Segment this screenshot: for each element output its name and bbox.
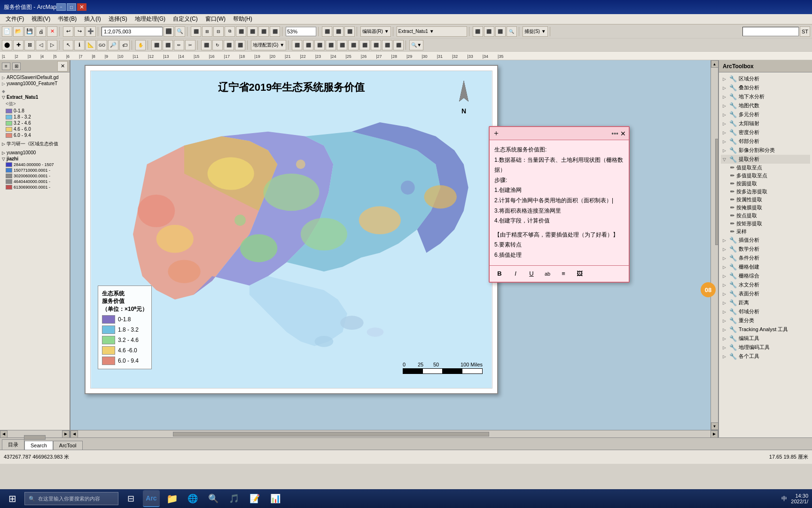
leaf-extract-mask[interactable]: ✏ 按掩膜提取: [728, 204, 810, 212]
tb2-scale[interactable]: ⬛: [224, 40, 234, 50]
tb2-sketch[interactable]: ⬛: [201, 40, 211, 50]
tb-z6[interactable]: ⬛: [247, 26, 258, 37]
menu-insert[interactable]: 插入(I): [80, 14, 104, 24]
tree-item-distance[interactable]: ▷ 🔧 距离: [721, 298, 810, 307]
tab-arctool[interactable]: ArcTool: [53, 441, 83, 450]
tb2-find[interactable]: 🔎: [108, 40, 118, 50]
menu-select[interactable]: 选择(S): [105, 14, 131, 24]
tb2-a10[interactable]: ⬛: [393, 40, 404, 50]
tb-new[interactable]: 📄: [2, 26, 12, 37]
tree-item-neighborhood[interactable]: ▷ 🔧 邻域分析: [721, 307, 810, 316]
scroll-vthumb[interactable]: [715, 139, 718, 245]
tb2-pan[interactable]: ✋: [135, 40, 146, 50]
minimize-button[interactable]: －: [56, 3, 66, 11]
taskbar-search[interactable]: 🔍 在这里输入你要搜索的内容: [24, 492, 118, 505]
tab-catalog[interactable]: 目录: [2, 439, 24, 450]
tb-redo[interactable]: ↪: [74, 26, 85, 37]
tb-undo[interactable]: ↩: [63, 26, 73, 37]
panel-icon-grid[interactable]: ⊞: [12, 63, 21, 70]
capture-btn[interactable]: 捕捉(S) ▼: [523, 26, 548, 37]
tb-save[interactable]: 💾: [24, 26, 35, 37]
tb2-mirror[interactable]: ⬛: [235, 40, 245, 50]
geo-config[interactable]: 地理配置(G) ▼: [251, 40, 286, 50]
tb2-4[interactable]: ◁: [36, 40, 46, 50]
tree-item-reclass[interactable]: ▷ 🔧 重分类: [721, 316, 810, 325]
tb2-a7[interactable]: ⬛: [359, 40, 370, 50]
tree-item-math[interactable]: ▷ 🔧 数学分析: [721, 245, 810, 254]
menu-customize[interactable]: 自定义(C): [169, 14, 202, 24]
note-add-icon[interactable]: ＋: [492, 128, 500, 138]
tb-z2[interactable]: ⊞: [202, 26, 212, 37]
tb2-a8[interactable]: ⬛: [371, 40, 381, 50]
scroll-hright[interactable]: ▶: [710, 430, 718, 438]
tb2-a1[interactable]: ⬛: [292, 40, 302, 50]
h-scroll[interactable]: ◀ ▶: [0, 430, 70, 437]
close-button[interactable]: ✕: [77, 3, 86, 11]
editor-btn[interactable]: 编辑器(R) ▼: [360, 26, 391, 37]
menu-help[interactable]: 帮助(H): [229, 14, 256, 24]
zoom-input[interactable]: [286, 27, 316, 36]
tree-item-solar[interactable]: ▷ 🔧 太阳辐射: [721, 119, 810, 128]
tree-item-hydro[interactable]: ▷ 🔧 水文分析: [721, 280, 810, 289]
tb-z4[interactable]: ⧉: [225, 26, 235, 37]
scale-input[interactable]: [102, 27, 163, 36]
leaf-sample[interactable]: ✏ 采样: [728, 228, 810, 236]
tree-item-raster-create[interactable]: ▷ 🔧 栅格创建: [721, 262, 810, 271]
tb-f1[interactable]: ⬛: [473, 26, 483, 37]
arcmap-app[interactable]: Arc: [143, 490, 160, 507]
tree-item-geocoding[interactable]: ▷ 🔧 地理编码工具: [721, 343, 810, 352]
tb-z1[interactable]: ⬛: [191, 26, 201, 37]
menu-file[interactable]: 文件(F): [2, 14, 28, 24]
scroll-left[interactable]: ◀: [0, 430, 8, 438]
tree-item-segmentation[interactable]: ▷ 🔧 影像分割和分类: [721, 146, 810, 155]
tb2-identify[interactable]: 🏷: [119, 40, 130, 50]
tree-item-interpolation[interactable]: ▷ 🔧 插值分析: [721, 236, 810, 245]
format-list[interactable]: ≡: [558, 269, 569, 279]
tb2-select[interactable]: ↖: [63, 40, 73, 50]
tree-item-tracking[interactable]: ▷ 🔧 Tracking Analyst 工具: [721, 325, 810, 334]
tb2-vertex[interactable]: ⬛: [151, 40, 162, 50]
search-app[interactable]: 🔍: [205, 490, 222, 507]
tb-e1[interactable]: ⬛: [322, 26, 332, 37]
excel-app[interactable]: 📊: [267, 490, 284, 507]
files-app[interactable]: 📁: [164, 490, 180, 507]
panel-close[interactable]: ✕: [57, 61, 68, 71]
tb2-a6[interactable]: ⬛: [348, 40, 359, 50]
tb-cut[interactable]: ✕: [47, 26, 57, 37]
tb2-go[interactable]: GO: [97, 40, 107, 50]
leaf-extract-rect[interactable]: ✏ 按矩形提取: [728, 220, 810, 228]
tb-zoom-layer[interactable]: 🔍: [175, 26, 185, 37]
tree-item-surface[interactable]: ▷ 🔧 表面分析: [721, 289, 810, 298]
map-area[interactable]: 辽宁省2019年生态系统服务价值 N 生态系: [70, 60, 710, 430]
tree-item-multi[interactable]: ▷ 🔧 多元分析: [721, 110, 810, 119]
tb-z5[interactable]: ⬛: [236, 26, 246, 37]
tree-item-overlay[interactable]: ▷ 🔧 叠加分析: [721, 83, 810, 92]
tb-z7[interactable]: ⬛: [258, 26, 269, 37]
format-italic[interactable]: I: [510, 269, 521, 279]
note-more-icon[interactable]: •••: [611, 130, 618, 137]
browser-app[interactable]: 🌐: [184, 490, 201, 507]
v-scrollbar[interactable]: ▲ ▼: [710, 60, 718, 430]
tb-add-data[interactable]: ➕: [86, 26, 96, 37]
leaf-extract-polygon[interactable]: ✏ 按多边形提取: [728, 188, 810, 196]
tree-item-editing[interactable]: ▷ 🔧 编辑工具: [721, 334, 810, 343]
tree-item-area[interactable]: ▷ 🔧 区域分析: [721, 74, 810, 83]
tb-f2[interactable]: ⬛: [484, 26, 494, 37]
tree-item-raster-general[interactable]: ▷ 🔧 栅格综合: [721, 271, 810, 280]
menu-view[interactable]: 视图(V): [28, 14, 54, 24]
h-scrollbar[interactable]: ◀ ▶: [70, 430, 718, 437]
tree-item-density[interactable]: ▷ 🔧 密度分析: [721, 128, 810, 137]
note-close-icon[interactable]: ✕: [620, 130, 626, 137]
extract-dropdown[interactable]: Extract_Natu1 ▼: [397, 26, 467, 37]
tab-search[interactable]: Search: [24, 441, 53, 450]
tree-item-mapalgebra[interactable]: ▷ 🔧 地图代数: [721, 101, 810, 110]
tb2-a3[interactable]: ⬛: [314, 40, 325, 50]
tb-last[interactable]: ST: [800, 26, 810, 37]
tb-e3[interactable]: ⬛: [344, 26, 355, 37]
leaf-extract-pt[interactable]: ✏ 按点提取: [728, 212, 810, 220]
leaf-extract-multipoint[interactable]: ✏ 多值提取至点: [728, 172, 810, 180]
tb2-2[interactable]: ✚: [13, 40, 23, 50]
panel-icon-list[interactable]: ≡: [2, 63, 10, 70]
tb2-a4[interactable]: ⬛: [326, 40, 336, 50]
windows-button[interactable]: ⊞: [4, 490, 21, 507]
